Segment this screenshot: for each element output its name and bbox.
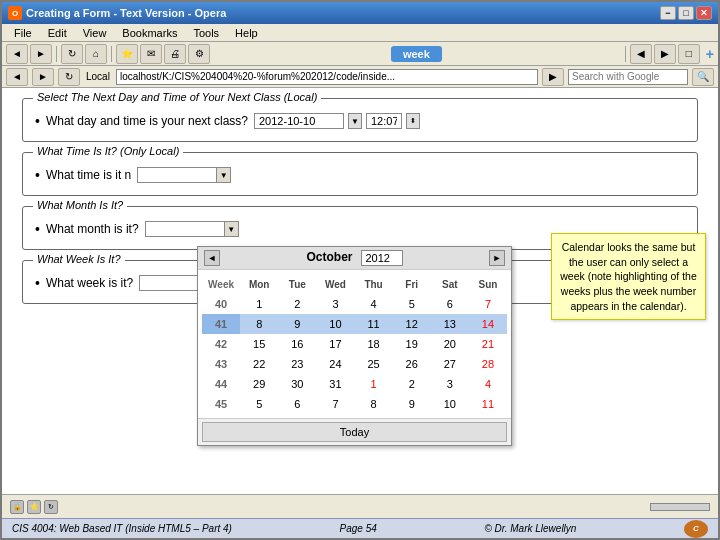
cal-day[interactable]: 15 [240, 334, 278, 354]
cal-day[interactable]: 25 [355, 354, 393, 374]
search-btn[interactable]: 🔍 [692, 68, 714, 86]
cal-weeknum-40[interactable]: 40 [202, 294, 240, 314]
cal-day[interactable]: 8 [355, 394, 393, 414]
cal-day[interactable]: 26 [393, 354, 431, 374]
time-input[interactable] [366, 113, 402, 129]
tb-btn-4[interactable]: ⚙ [188, 44, 210, 64]
cal-day[interactable]: 10 [316, 314, 354, 334]
cal-day[interactable]: 3 [431, 374, 469, 394]
cal-day[interactable]: 6 [278, 394, 316, 414]
cal-day[interactable]: 12 [393, 314, 431, 334]
menu-edit[interactable]: Edit [40, 24, 75, 41]
cal-day[interactable]: 17 [316, 334, 354, 354]
cal-day[interactable]: 16 [278, 334, 316, 354]
refresh-button[interactable]: ↻ [61, 44, 83, 64]
go-btn[interactable]: ▶ [542, 68, 564, 86]
tb-btn-3[interactable]: 🖨 [164, 44, 186, 64]
back-button[interactable]: ◄ [6, 44, 28, 64]
menu-bookmarks[interactable]: Bookmarks [114, 24, 185, 41]
cal-day-red[interactable]: 7 [469, 294, 507, 314]
cal-day-red[interactable]: 1 [355, 374, 393, 394]
time-spin-btn[interactable]: ⬍ [406, 113, 420, 129]
cal-year-input[interactable] [361, 250, 403, 266]
cal-day-red[interactable]: 28 [469, 354, 507, 374]
cal-day[interactable]: 6 [431, 294, 469, 314]
time-dropdown-arrow[interactable]: ▼ [217, 167, 231, 183]
addr-reload-btn[interactable]: ↻ [58, 68, 80, 86]
minimize-button[interactable]: − [660, 6, 676, 20]
cal-day[interactable]: 5 [240, 394, 278, 414]
cal-prev-btn[interactable]: ◄ [204, 250, 220, 266]
cal-month: October [306, 250, 352, 266]
cal-weeknum-44[interactable]: 44 [202, 374, 240, 394]
month-dropdown-arrow[interactable]: ▼ [225, 221, 239, 237]
cal-day[interactable]: 3 [316, 294, 354, 314]
cal-day[interactable]: 20 [431, 334, 469, 354]
footer-left: CIS 4004: Web Based IT (Inside HTML5 – P… [12, 523, 232, 534]
cal-day[interactable]: 27 [431, 354, 469, 374]
section-datetime-title: Select The Next Day and Time of Your Nex… [33, 91, 321, 103]
cal-next-btn[interactable]: ► [489, 250, 505, 266]
bottom-icon-star[interactable]: ⭐ [27, 500, 41, 514]
cal-day[interactable]: 11 [355, 314, 393, 334]
date-input[interactable] [254, 113, 344, 129]
tb-btn-6[interactable]: ▶ [654, 44, 676, 64]
cal-day-red[interactable]: 21 [469, 334, 507, 354]
today-button[interactable]: Today [202, 422, 507, 442]
cal-day[interactable]: 4 [355, 294, 393, 314]
menu-file[interactable]: File [6, 24, 40, 41]
cal-day[interactable]: 18 [355, 334, 393, 354]
cal-day[interactable]: 23 [278, 354, 316, 374]
maximize-button[interactable]: □ [678, 6, 694, 20]
tb-btn-7[interactable]: □ [678, 44, 700, 64]
plus-button[interactable]: + [706, 46, 714, 62]
cal-weeknum-42[interactable]: 42 [202, 334, 240, 354]
cal-day[interactable]: 2 [393, 374, 431, 394]
tb-btn-2[interactable]: ✉ [140, 44, 162, 64]
cal-day-red[interactable]: 4 [469, 374, 507, 394]
cal-day[interactable]: 30 [278, 374, 316, 394]
cal-day[interactable]: 10 [431, 394, 469, 414]
cal-day[interactable]: 5 [393, 294, 431, 314]
search-input[interactable] [568, 69, 688, 85]
month-value-input[interactable] [145, 221, 225, 237]
tb-btn-1[interactable]: ⭐ [116, 44, 138, 64]
menu-tools[interactable]: Tools [185, 24, 227, 41]
date-dropdown-btn[interactable]: ▼ [348, 113, 362, 129]
cal-day[interactable]: 2 [278, 294, 316, 314]
time-value-input[interactable] [137, 167, 217, 183]
forward-button[interactable]: ► [30, 44, 52, 64]
footer-bar: CIS 4004: Web Based IT (Inside HTML5 – P… [2, 518, 718, 538]
cal-week-40: 40 1 2 3 4 5 6 7 [202, 294, 507, 314]
cal-day[interactable]: 1 [240, 294, 278, 314]
bottom-icon-refresh[interactable]: ↻ [44, 500, 58, 514]
cal-day[interactable]: 7 [316, 394, 354, 414]
addr-forward-btn[interactable]: ► [32, 68, 54, 86]
addr-back-btn[interactable]: ◄ [6, 68, 28, 86]
month-dropdown-container: ▼ [145, 221, 239, 237]
menu-help[interactable]: Help [227, 24, 266, 41]
cal-weeknum-43[interactable]: 43 [202, 354, 240, 374]
menu-view[interactable]: View [75, 24, 115, 41]
bottom-icon-lock[interactable]: 🔒 [10, 500, 24, 514]
cal-day[interactable]: 22 [240, 354, 278, 374]
cal-day[interactable]: 24 [316, 354, 354, 374]
close-button[interactable]: ✕ [696, 6, 712, 20]
cal-day[interactable]: 31 [316, 374, 354, 394]
address-input[interactable] [116, 69, 538, 85]
section-datetime: Select The Next Day and Time of Your Nex… [22, 98, 698, 142]
cal-day-red[interactable]: 11 [469, 394, 507, 414]
cal-day[interactable]: 29 [240, 374, 278, 394]
cal-day-red[interactable]: 14 [469, 314, 507, 334]
cal-day[interactable]: 9 [393, 394, 431, 414]
cal-day[interactable]: 19 [393, 334, 431, 354]
cal-day[interactable]: 9 [278, 314, 316, 334]
calendar-footer: Today [198, 418, 511, 445]
home-button[interactable]: ⌂ [85, 44, 107, 64]
cal-day[interactable]: 13 [431, 314, 469, 334]
tb-btn-5[interactable]: ◀ [630, 44, 652, 64]
cal-day[interactable]: 8 [240, 314, 278, 334]
cal-weeknum-41[interactable]: 41 [202, 314, 240, 334]
calendar-header: ◄ October ► [198, 247, 511, 270]
cal-weeknum-45[interactable]: 45 [202, 394, 240, 414]
